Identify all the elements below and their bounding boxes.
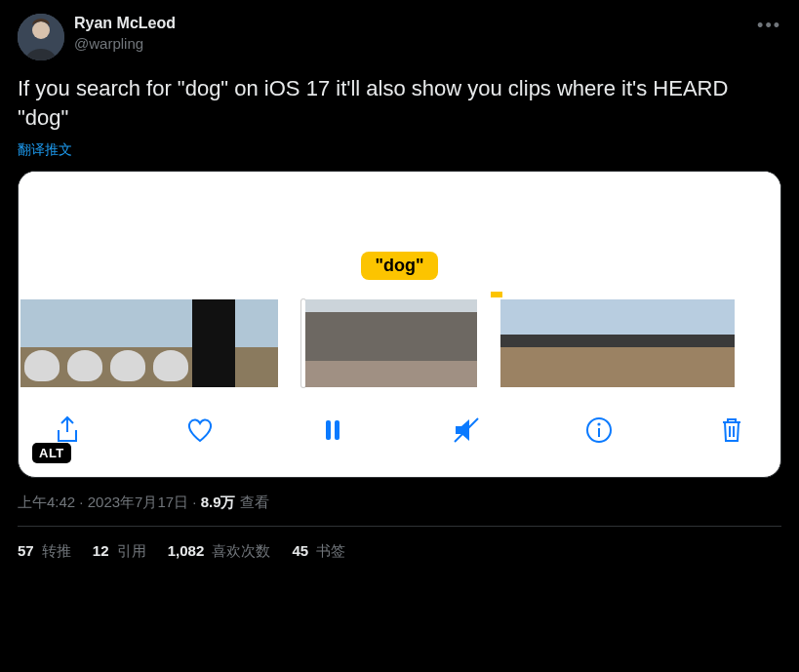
translate-link[interactable]: 翻译推文 <box>18 141 72 159</box>
timeline-thumb <box>539 299 579 387</box>
timeline-thumb <box>63 299 106 387</box>
views-label: 查看 <box>236 494 269 510</box>
retweets-stat[interactable]: 57 转推 <box>18 542 71 561</box>
bookmarks-stat[interactable]: 45 书签 <box>292 542 345 561</box>
svg-rect-2 <box>326 420 331 440</box>
svg-point-6 <box>597 423 600 426</box>
timeline-thumb <box>434 299 477 387</box>
tweet-time[interactable]: 上午4:42 <box>18 494 75 510</box>
views-count[interactable]: 8.9万 <box>201 494 236 510</box>
more-icon[interactable]: ••• <box>757 16 781 36</box>
clip-group-1[interactable] <box>20 299 278 387</box>
timeline-thumb <box>348 299 391 387</box>
tweet-meta: 上午4:42 · 2023年7月17日 · 8.9万 查看 <box>18 494 781 527</box>
timeline-thumb <box>305 299 348 387</box>
quotes-stat[interactable]: 12 引用 <box>93 542 146 561</box>
timeline-thumb <box>391 299 434 387</box>
trash-icon[interactable] <box>712 411 751 450</box>
tweet-stats: 57 转推 12 引用 1,082 喜欢次数 45 书签 <box>18 527 781 561</box>
info-icon[interactable] <box>579 411 619 450</box>
media-card[interactable]: "dog" <box>18 171 781 478</box>
user-info: Ryan McLeod @warpling <box>74 14 176 53</box>
mute-icon[interactable] <box>447 411 486 450</box>
media-blank-area <box>19 172 780 245</box>
heart-icon[interactable] <box>180 411 220 450</box>
display-name[interactable]: Ryan McLeod <box>74 14 176 34</box>
user-handle[interactable]: @warpling <box>74 34 176 54</box>
caption-bubble: "dog" <box>361 252 437 280</box>
avatar-image <box>18 14 64 60</box>
timeline-thumb <box>235 299 278 387</box>
svg-rect-3 <box>335 420 340 440</box>
clip-group-3[interactable] <box>500 299 735 387</box>
video-timeline[interactable] <box>19 299 780 387</box>
timeline-thumb <box>192 299 235 387</box>
clip-group-2[interactable] <box>301 299 477 387</box>
timeline-thumb <box>579 299 618 387</box>
svg-point-1 <box>32 21 50 39</box>
tweet-date[interactable]: 2023年7月17日 <box>88 494 188 510</box>
caption-pointer <box>491 292 502 297</box>
media-toolbar <box>19 387 780 477</box>
timeline-thumb <box>657 299 696 387</box>
timeline-thumb <box>106 299 149 387</box>
timeline-thumb <box>500 299 539 387</box>
tweet-header: Ryan McLeod @warpling ••• <box>18 14 781 60</box>
pause-icon[interactable] <box>313 411 352 450</box>
alt-badge[interactable]: ALT <box>32 443 71 463</box>
timeline-thumb <box>618 299 657 387</box>
caption-bubble-row: "dog" <box>19 245 780 280</box>
tweet-text: If you search for "dog" on iOS 17 it'll … <box>18 74 781 132</box>
timeline-thumb <box>20 299 63 387</box>
likes-stat[interactable]: 1,082 喜欢次数 <box>168 542 271 561</box>
avatar[interactable] <box>18 14 64 60</box>
timeline-thumb <box>696 299 735 387</box>
timeline-thumb <box>149 299 192 387</box>
tweet-container: Ryan McLeod @warpling ••• If you search … <box>0 0 799 561</box>
